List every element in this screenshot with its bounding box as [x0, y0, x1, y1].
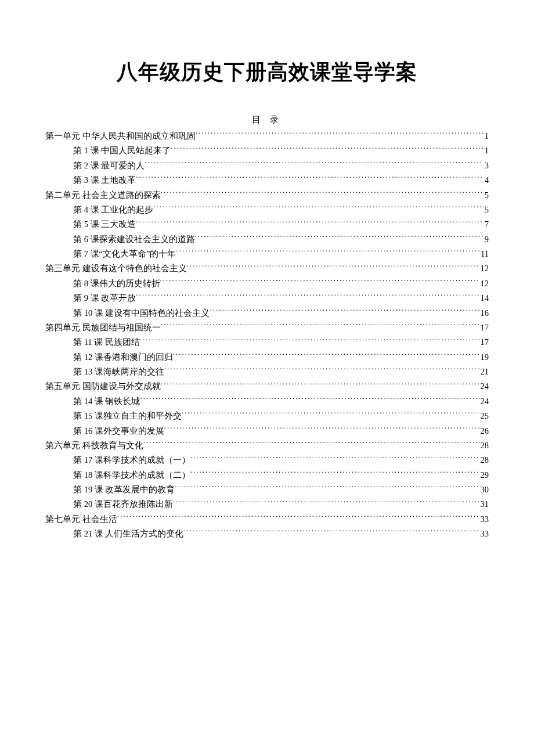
toc-entry-page: 12 — [479, 261, 489, 276]
toc-entry-label: 第 7 课“文化大革命”的十年 — [73, 247, 176, 261]
toc-entry-label: 第六单元 科技教育与文化 — [45, 438, 143, 453]
toc-entry-page: 24 — [479, 394, 489, 409]
toc-entry[interactable]: 第三单元 建设有这个特色的社会主义12 — [45, 261, 489, 276]
toc-entry[interactable]: 第 17 课科学技术的成就（一）28 — [45, 453, 489, 467]
toc-entry-page: 17 — [479, 335, 489, 350]
toc-leader-dots — [136, 219, 484, 228]
toc-entry-label: 第五单元 国防建设与外交成就 — [45, 379, 161, 394]
toc-entry-label: 第 12 课香港和澳门的回归 — [73, 350, 173, 365]
toc-leader-dots — [196, 131, 484, 139]
toc-entry[interactable]: 第二单元 社会主义道路的探索5 — [45, 188, 489, 203]
toc-entry-label: 第一单元 中华人民共和国的成立和巩固 — [45, 129, 196, 143]
toc-entry[interactable]: 第四单元 民族团结与祖国统一17 — [45, 321, 489, 335]
toc-entry-label: 第 10 课 建设有中国特色的社会主义 — [73, 306, 210, 321]
toc-entry-label: 第 15 课独立自主的和平外交 — [73, 409, 182, 423]
toc-entry[interactable]: 第 4 课 工业化的起步5 — [45, 203, 489, 217]
toc-entry[interactable]: 第 5 课 三大改造7 — [45, 217, 489, 232]
toc-entry-label: 第 6 课探索建设社会主义的道路 — [73, 232, 195, 247]
toc-entry[interactable]: 第 13 课海峡两岸的交往21 — [45, 365, 489, 379]
toc-entry-page: 21 — [479, 365, 489, 379]
toc-entry[interactable]: 第 21 课 人们生活方式的变化33 — [45, 527, 489, 541]
toc-entry-page: 26 — [479, 424, 489, 438]
toc-entry-label: 第 20 课百花齐放推陈出新 — [73, 497, 173, 512]
toc-entry-label: 第 16 课外交事业的发展 — [73, 424, 164, 438]
toc-entry-page: 16 — [479, 306, 489, 321]
toc-entry-page: 17 — [479, 321, 489, 335]
toc-entry-label: 第 1 课 中国人民站起来了 — [73, 143, 171, 158]
toc-entry-page: 25 — [479, 409, 489, 423]
toc-entry-label: 第 18 课科学技术的成就（二） — [73, 468, 190, 483]
toc-entry-label: 第 2 课 最可爱的人 — [73, 159, 145, 173]
toc-leader-dots — [161, 189, 484, 198]
toc-entry-page: 19 — [479, 350, 489, 365]
toc-entry-page: 30 — [479, 483, 489, 497]
toc-entry-page: 1 — [484, 129, 489, 143]
toc-leader-dots — [173, 499, 479, 507]
toc-entry[interactable]: 第 8 课伟大的历史转折12 — [45, 276, 489, 291]
toc-leader-dots — [140, 337, 479, 345]
toc-entry-label: 第 5 课 三大改造 — [73, 217, 136, 232]
toc-leader-dots — [171, 145, 484, 154]
toc-leader-dots — [183, 528, 479, 537]
toc-entry[interactable]: 第七单元 社会生活33 — [45, 512, 489, 527]
toc-entry[interactable]: 第 16 课外交事业的发展26 — [45, 424, 489, 438]
toc-leader-dots — [164, 366, 479, 375]
toc-entry[interactable]: 第五单元 国防建设与外交成就24 — [45, 379, 489, 394]
table-of-contents: 第一单元 中华人民共和国的成立和巩固1第 1 课 中国人民站起来了1第 2 课 … — [45, 129, 489, 542]
toc-entry-page: 28 — [479, 438, 489, 453]
toc-leader-dots — [176, 249, 479, 257]
toc-entry[interactable]: 第六单元 科技教育与文化28 — [45, 438, 489, 453]
toc-entry-page: 4 — [484, 173, 489, 188]
toc-entry-label: 第七单元 社会生活 — [45, 512, 117, 527]
toc-leader-dots — [182, 411, 479, 419]
toc-entry-page: 29 — [479, 468, 489, 483]
toc-entry[interactable]: 第一单元 中华人民共和国的成立和巩固1 — [45, 129, 489, 143]
toc-entry-label: 第 4 课 工业化的起步 — [73, 203, 153, 217]
toc-entry-label: 第四单元 民族团结与祖国统一 — [45, 321, 161, 335]
document-title: 八年级历史下册高效课堂导学案 — [45, 58, 489, 87]
toc-leader-dots — [210, 307, 479, 316]
toc-entry[interactable]: 第 14 课 钢铁长城24 — [45, 394, 489, 409]
toc-entry[interactable]: 第 7 课“文化大革命”的十年11 — [45, 247, 489, 261]
toc-leader-dots — [140, 395, 479, 404]
toc-entry-page: 28 — [479, 453, 489, 467]
toc-entry-label: 第 13 课海峡两岸的交往 — [73, 365, 164, 379]
toc-entry-label: 第 17 课科学技术的成就（一） — [73, 453, 190, 467]
toc-leader-dots — [187, 263, 479, 272]
toc-entry[interactable]: 第 1 课 中国人民站起来了1 — [45, 143, 489, 158]
toc-entry-label: 第三单元 建设有这个特色的社会主义 — [45, 261, 187, 276]
toc-entry[interactable]: 第 9 课 改革开放14 — [45, 291, 489, 305]
toc-entry[interactable]: 第 10 课 建设有中国特色的社会主义16 — [45, 306, 489, 321]
toc-entry[interactable]: 第 18 课科学技术的成就（二）29 — [45, 468, 489, 483]
toc-entry[interactable]: 第 2 课 最可爱的人3 — [45, 159, 489, 173]
toc-entry-label: 第 8 课伟大的历史转折 — [73, 276, 160, 291]
toc-entry-label: 第 9 课 改革开放 — [73, 291, 136, 305]
toc-leader-dots — [173, 351, 479, 360]
toc-leader-dots — [164, 425, 479, 434]
toc-leader-dots — [143, 440, 479, 448]
toc-entry[interactable]: 第 3 课 土地改革4 — [45, 173, 489, 188]
toc-entry[interactable]: 第 20 课百花齐放推陈出新31 — [45, 497, 489, 512]
toc-leader-dots — [195, 233, 484, 242]
toc-entry[interactable]: 第 12 课香港和澳门的回归19 — [45, 350, 489, 365]
toc-entry-page: 14 — [479, 291, 489, 305]
toc-leader-dots — [145, 160, 484, 168]
toc-entry-page: 24 — [479, 379, 489, 394]
toc-leader-dots — [117, 513, 479, 522]
toc-leader-dots — [190, 455, 479, 463]
toc-entry[interactable]: 第 15 课独立自主的和平外交25 — [45, 409, 489, 423]
toc-entry-label: 第 11 课 民族团结 — [73, 335, 140, 350]
toc-entry[interactable]: 第 11 课 民族团结17 — [45, 335, 489, 350]
toc-entry-label: 第 21 课 人们生活方式的变化 — [73, 527, 183, 541]
toc-entry-page: 9 — [484, 232, 489, 247]
toc-entry-page: 31 — [479, 497, 489, 512]
toc-leader-dots — [136, 175, 484, 183]
toc-leader-dots — [190, 469, 479, 478]
toc-entry[interactable]: 第 6 课探索建设社会主义的道路9 — [45, 232, 489, 247]
toc-leader-dots — [153, 204, 484, 213]
toc-entry[interactable]: 第 19 课 改革发展中的教育30 — [45, 483, 489, 497]
toc-leader-dots — [160, 278, 479, 286]
toc-entry-page: 11 — [479, 247, 489, 261]
toc-entry-label: 第 19 课 改革发展中的教育 — [73, 483, 175, 497]
toc-entry-page: 5 — [484, 188, 489, 203]
